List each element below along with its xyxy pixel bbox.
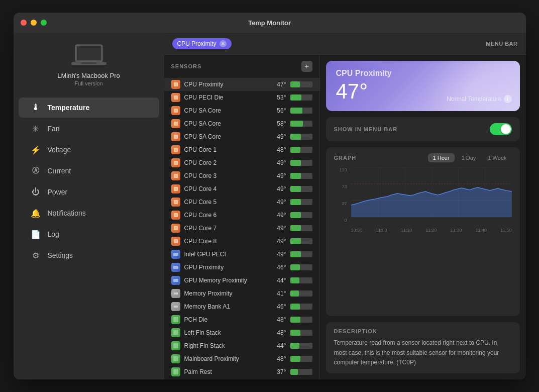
svg-rect-5 [175,83,177,85]
sidebar-item-settings[interactable]: ⚙ Settings [19,245,159,265]
graph-tab-1day[interactable]: 1 Day [457,153,481,162]
sidebar-item-log[interactable]: 📄 Log [19,224,159,244]
sensor-temp: 56° [271,107,286,114]
sensor-bar-wrap [290,304,312,310]
add-sensor-button[interactable]: + [301,61,312,72]
sensor-row[interactable]: Right Fin Stack44° [164,339,319,352]
sensor-type-icon [171,224,180,233]
sensor-row[interactable]: CPU SA Core49° [164,130,319,143]
menu-bar-toggle[interactable] [490,123,512,135]
temperature-icon: 🌡 [31,103,41,113]
sidebar-item-current[interactable]: Ⓐ Current [19,161,159,181]
close-button[interactable] [21,20,27,26]
maximize-button[interactable] [41,20,47,26]
sensor-name: Right Fin Stack [184,342,267,349]
sensor-row[interactable]: CPU Core 549° [164,195,319,209]
sensor-row[interactable]: CPU Core 249° [164,156,319,169]
sensor-temp: 41° [271,290,286,297]
sensor-temp: 48° [271,146,286,153]
sensor-type-icon [171,158,180,167]
sensor-row[interactable]: CPU Proximity47° [164,78,319,91]
sidebar-item-label-current: Current [48,167,71,175]
sensor-temp: 49° [271,251,286,258]
sensor-bar [290,81,300,87]
sensor-row[interactable]: CPU Core 849° [164,235,319,248]
graph-canvas [351,167,512,223]
sensor-temp: 48° [271,329,286,336]
sensor-bar [290,108,302,114]
svg-rect-31 [173,266,178,269]
sensor-row[interactable]: CPU Core 749° [164,222,319,235]
graph-x-1110: 11:10 [401,228,412,233]
sensor-name: CPU Proximity [184,81,267,88]
sidebar-item-notifications[interactable]: 🔔 Notifications [19,203,159,223]
sensor-bar [290,277,300,283]
tag-bar: CPU Proximity ✕ MENU BAR [164,33,526,55]
sensor-temp: 53° [271,94,286,101]
graph-section: GRAPH 1 Hour 1 Day 1 Week 110 73 [326,147,520,316]
sensor-name: Memory Bank A1 [184,303,267,310]
sidebar-item-power[interactable]: ⏻ Power [19,182,159,202]
svg-rect-27 [175,227,177,229]
sensor-bar [290,356,301,362]
sensor-bar [290,160,301,166]
sensor-row[interactable]: CPU Core 649° [164,209,319,222]
sensor-temp: 44° [271,277,286,284]
minimize-button[interactable] [31,20,37,26]
svg-rect-23 [175,201,177,203]
sensor-name: CPU Core 2 [184,159,267,166]
sensor-row[interactable]: CPU SA Core56° [164,104,319,117]
main-content: LMinh's Macbook Pro Full version 🌡 Tempe… [14,33,526,379]
sensor-temp: 37° [271,368,286,375]
sensor-name: PCH Die [184,316,267,323]
power-icon: ⏻ [31,187,41,197]
sensor-temp: 48° [271,355,286,362]
sensor-bar [290,134,301,140]
sensor-name: Memory Proximity [184,290,267,297]
sensor-row[interactable]: Left Fin Stack48° [164,326,319,339]
device-name: LMinh's Macbook Pro [57,72,120,79]
svg-rect-7 [175,96,177,99]
sensor-type-icon [171,315,180,324]
graph-header: GRAPH 1 Hour 1 Day 1 Week [334,153,512,162]
sensor-row[interactable]: Palm Rest37° [164,365,319,378]
tag-close-button[interactable]: ✕ [220,40,227,47]
sensor-bar-wrap [290,121,312,127]
sidebar-item-voltage[interactable]: ⚡ Voltage [19,140,159,160]
sensor-row[interactable]: Mainboard Proximity48° [164,352,319,365]
sensor-row[interactable]: CPU Core 148° [164,143,319,156]
sensor-row[interactable]: CPU PECI Die53° [164,91,319,104]
info-icon[interactable]: i [504,95,512,103]
svg-rect-33 [174,292,178,295]
nav-list: 🌡 Temperature ✳ Fan ⚡ Voltage Ⓐ Current … [14,96,164,266]
sensor-bar-wrap [290,212,312,218]
current-icon: Ⓐ [31,166,41,176]
sensor-row[interactable]: CPU Core 349° [164,169,319,182]
sensor-temp: 49° [271,212,286,219]
sensor-row[interactable]: Memory Proximity41° [164,287,319,300]
sensor-row[interactable]: Intel GPU PECI49° [164,248,319,261]
sensor-name: Intel GPU PECI [184,251,267,258]
sensor-row[interactable]: Memory Bank A146° [164,300,319,313]
sidebar-item-temperature[interactable]: 🌡 Temperature [19,97,159,118]
svg-rect-21 [175,188,177,190]
sensor-type-icon [171,237,180,246]
graph-x-1130: 11:30 [451,228,462,233]
sensor-row[interactable]: GPU Proximity46° [164,261,319,274]
sensor-bar-wrap [290,108,312,114]
sensor-row[interactable]: GPU Memory Proximity44° [164,274,319,287]
sensor-type-icon [171,341,180,350]
sensor-row[interactable]: CPU SA Core58° [164,117,319,130]
sidebar-item-fan[interactable]: ✳ Fan [19,119,159,139]
sensor-bar-wrap [290,238,312,244]
sensor-name: CPU Core 1 [184,146,267,153]
sensor-name: Left Fin Stack [184,329,267,336]
active-tag[interactable]: CPU Proximity ✕ [172,38,232,49]
graph-tab-1hour[interactable]: 1 Hour [428,153,455,162]
menu-bar-button[interactable]: MENU BAR [486,41,517,47]
graph-tab-1week[interactable]: 1 Week [483,153,511,162]
sensor-row[interactable]: CPU Core 449° [164,182,319,195]
sensor-row[interactable]: PCH Die48° [164,313,319,326]
svg-rect-15 [175,149,177,151]
sensor-type-icon [171,132,180,141]
